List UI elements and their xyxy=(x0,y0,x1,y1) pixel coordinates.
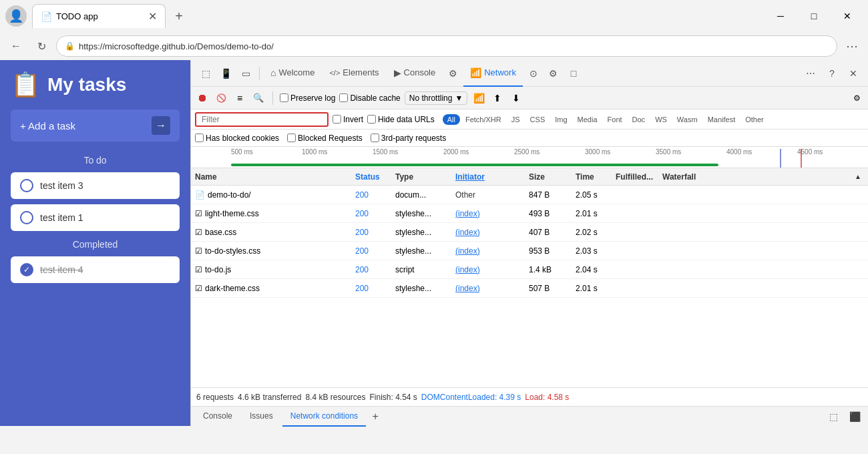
third-party-check[interactable]: 3rd-party requests xyxy=(371,134,446,143)
col-name-header[interactable]: Name xyxy=(191,172,351,182)
settings-button[interactable]: ⚙ xyxy=(544,64,563,83)
tab-elements[interactable]: </> Elements xyxy=(322,60,385,87)
hide-data-urls-input[interactable] xyxy=(367,115,376,124)
col-waterfall-header[interactable]: Waterfall ▲ xyxy=(658,172,868,182)
blocked-requests-check[interactable]: Blocked Requests xyxy=(287,134,363,143)
sidebar-button[interactable]: ▭ xyxy=(236,64,255,83)
filter-btn-ws[interactable]: WS xyxy=(650,114,672,125)
close-button[interactable]: ✕ xyxy=(832,5,863,27)
col-type-header[interactable]: Type xyxy=(391,172,451,182)
devtools-help-button[interactable]: ? xyxy=(823,64,841,83)
disable-cache-checkbox[interactable]: Disable cache xyxy=(339,93,400,103)
bottom-tab-console[interactable]: Console xyxy=(195,407,240,427)
filter-btn-font[interactable]: Font xyxy=(603,114,627,125)
filter-btn-manifest[interactable]: Manifest xyxy=(703,114,740,125)
network-row-1[interactable]: ☑light-theme.css 200 styleshe... (index)… xyxy=(191,204,868,223)
filter-input[interactable] xyxy=(195,112,329,127)
timeline-blue-marker xyxy=(780,149,781,168)
task-checkbox-2[interactable] xyxy=(20,211,33,224)
refresh-button[interactable]: ↻ xyxy=(31,35,52,57)
filter-btn-fetch-xhr[interactable]: Fetch/XHR xyxy=(461,114,506,125)
fullscreen-button[interactable]: □ xyxy=(564,64,583,83)
clear-button[interactable]: 🚫 xyxy=(214,91,228,105)
filter-btn-js[interactable]: JS xyxy=(507,114,525,125)
todo-title: My tasks xyxy=(47,74,126,95)
row-initiator-4[interactable]: (index) xyxy=(451,265,525,274)
undock-button[interactable]: ⬚ xyxy=(824,407,843,426)
new-tab-button[interactable]: + xyxy=(168,5,190,27)
add-task-button[interactable]: + Add a task → xyxy=(11,109,180,142)
filter-checks: Has blocked cookies Blocked Requests 3rd… xyxy=(191,130,868,147)
browser-more-button[interactable]: ⋯ xyxy=(841,35,863,57)
devtools-more-button[interactable]: ⋯ xyxy=(801,64,820,83)
maximize-button[interactable]: □ xyxy=(799,5,829,27)
tab-network[interactable]: 📶 Network xyxy=(463,60,523,87)
browser-tab[interactable]: 📄 TODO app ✕ xyxy=(32,4,166,28)
row-initiator-2[interactable]: (index) xyxy=(451,228,525,237)
network-row-4[interactable]: ☑to-do.js 200 script (index) 1.4 kB 2.04… xyxy=(191,260,868,279)
network-row-3[interactable]: ☑to-do-styles.css 200 styleshe... (index… xyxy=(191,242,868,260)
nt-settings-button[interactable]: ⚙ xyxy=(849,91,864,105)
col-fulfilled-header[interactable]: Fulfilled... xyxy=(612,172,658,182)
record-button[interactable]: ⏺ xyxy=(195,91,210,105)
preserve-log-checkbox[interactable]: Preserve log xyxy=(280,93,335,103)
dock-bottom-button[interactable]: ⬛ xyxy=(845,407,864,426)
sources-button[interactable]: ⚙ xyxy=(443,64,462,83)
blocked-cookies-check[interactable]: Has blocked cookies xyxy=(195,134,279,143)
col-size-header[interactable]: Size xyxy=(525,172,572,182)
filter-icon-button[interactable]: ≡ xyxy=(232,91,247,105)
device-mode-button[interactable]: 📱 xyxy=(216,64,235,83)
invert-checkbox[interactable]: Invert xyxy=(333,115,363,124)
blocked-requests-input[interactable] xyxy=(287,134,296,142)
upload-icon-button[interactable]: ⬆ xyxy=(490,91,505,105)
tab-console[interactable]: ▶ Console xyxy=(387,60,443,87)
row-initiator-1[interactable]: (index) xyxy=(451,209,525,218)
filter-btn-doc[interactable]: Doc xyxy=(628,114,650,125)
disable-cache-input[interactable] xyxy=(339,93,348,102)
filter-btn-all[interactable]: All xyxy=(443,114,460,125)
row-initiator-5[interactable]: (index) xyxy=(451,284,525,293)
filter-btn-css[interactable]: CSS xyxy=(525,114,550,125)
filter-btn-img[interactable]: Img xyxy=(550,114,572,125)
task-checkbox-3[interactable]: ✓ xyxy=(20,263,33,276)
col-initiator-header[interactable]: Initiator xyxy=(451,172,525,182)
network-row-2[interactable]: ☑base.css 200 styleshe... (index) 407 B … xyxy=(191,223,868,242)
performance-button[interactable]: ⊙ xyxy=(524,64,543,83)
throttle-select[interactable]: No throttling ▼ xyxy=(405,91,468,105)
bottom-add-tab-button[interactable]: + xyxy=(367,409,383,425)
download-icon-button[interactable]: ⬇ xyxy=(509,91,523,105)
disable-cache-label: Disable cache xyxy=(350,93,400,103)
completed-task-item[interactable]: ✓ test item 4 xyxy=(11,256,180,283)
task-item[interactable]: test item 3 xyxy=(11,172,180,199)
search-icon-button[interactable]: 🔍 xyxy=(251,91,266,105)
bottom-tab-network-conditions[interactable]: Network conditions xyxy=(282,407,366,427)
tab-welcome[interactable]: ⌂ Welcome xyxy=(264,60,321,87)
task-item[interactable]: test item 1 xyxy=(11,204,180,231)
minimize-button[interactable]: ─ xyxy=(765,5,796,27)
hide-data-urls-checkbox[interactable]: Hide data URLs xyxy=(367,115,435,124)
task-text-2: test item 1 xyxy=(40,212,83,223)
tab-close-button[interactable]: ✕ xyxy=(148,11,157,22)
network-row-0[interactable]: 📄demo-to-do/ 200 docum... Other 847 B 2.… xyxy=(191,186,868,204)
bottom-tab-issues[interactable]: Issues xyxy=(242,407,281,427)
todo-header: 📋 My tasks xyxy=(11,71,180,99)
row-initiator-3[interactable]: (index) xyxy=(451,246,525,256)
back-button[interactable]: ← xyxy=(5,35,27,57)
third-party-input[interactable] xyxy=(371,134,379,142)
preserve-log-input[interactable] xyxy=(280,93,288,102)
blocked-cookies-input[interactable] xyxy=(195,134,204,142)
wifi-icon-button[interactable]: 📶 xyxy=(471,91,486,105)
col-time-header[interactable]: Time xyxy=(572,172,612,182)
row-name-1: ☑light-theme.css xyxy=(191,209,351,218)
task-checkbox-1[interactable] xyxy=(20,179,33,192)
network-row-5[interactable]: ☑dark-theme.css 200 styleshe... (index) … xyxy=(191,279,868,298)
inspect-element-button[interactable]: ⬚ xyxy=(196,64,215,83)
url-bar[interactable]: 🔒 https://microsoftedge.github.io/Demos/… xyxy=(56,35,837,57)
filter-btn-media[interactable]: Media xyxy=(573,114,602,125)
invert-input[interactable] xyxy=(333,115,341,124)
filter-btn-other[interactable]: Other xyxy=(740,114,769,125)
col-status-header[interactable]: Status xyxy=(351,172,391,182)
profile-icon[interactable]: 👤 xyxy=(5,5,27,27)
devtools-close-button[interactable]: ✕ xyxy=(844,64,863,83)
filter-btn-wasm[interactable]: Wasm xyxy=(672,114,702,125)
